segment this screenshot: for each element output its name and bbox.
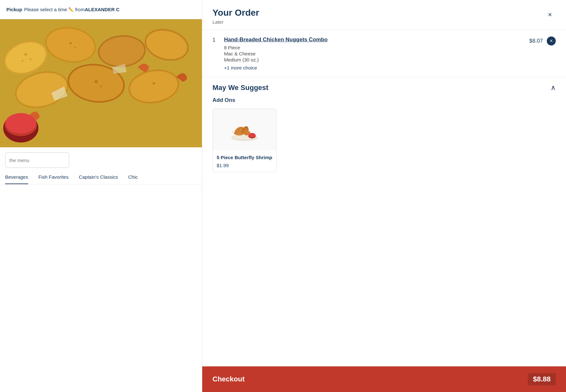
svg-point-18	[24, 53, 27, 56]
custom-line-2: Mac & Cheese	[224, 51, 524, 56]
custom-line-3: Medium (30 oz.)	[224, 57, 524, 62]
svg-point-19	[29, 58, 31, 60]
order-item: 1 Hand-Breaded Chicken Nuggets Combo 8 P…	[212, 37, 556, 70]
suggest-section: May We Suggest ∧ Add Ons	[202, 77, 566, 366]
shrimp-image	[229, 117, 261, 143]
suggest-title: May We Suggest	[212, 84, 268, 92]
order-title: Your Order	[212, 8, 259, 18]
nav-item-fish[interactable]: Fish Favorites	[38, 174, 69, 184]
order-header: Your Order Later ×	[202, 0, 566, 30]
svg-point-22	[74, 46, 76, 48]
checkout-bar[interactable]: Checkout $8.88	[202, 366, 566, 392]
search-input[interactable]: the menu	[5, 152, 69, 168]
collapse-suggest-button[interactable]: ∧	[551, 84, 556, 92]
food-image-svg	[0, 19, 202, 147]
order-item-name[interactable]: Hand-Breaded Chicken Nuggets Combo	[224, 37, 524, 43]
addon-name: 5 Piece Butterfly Shrimp	[217, 154, 272, 161]
pickup-label: Pickup	[6, 7, 22, 12]
top-bar: Pickup Please select a time ✏️ from ALEX…	[0, 0, 202, 19]
nav-item-chic[interactable]: Chic	[128, 174, 138, 184]
please-select-text: Please select a time	[24, 7, 67, 12]
checkout-label: Checkout	[212, 375, 245, 383]
addon-card-shrimp[interactable]: 5 Piece Butterfly Shrimp $1.99	[212, 109, 277, 172]
svg-point-23	[95, 80, 98, 83]
pencil-icon[interactable]: ✏️	[68, 7, 74, 12]
nav-item-beverages[interactable]: Beverages	[5, 174, 28, 184]
order-title-section: Your Order Later	[212, 8, 259, 25]
order-item-quantity: 1	[212, 37, 219, 43]
order-item-right: $8.07 ×	[529, 37, 556, 45]
custom-line-1: 8 Piece	[224, 45, 524, 50]
order-subtitle: Later	[212, 19, 259, 25]
from-text: from	[75, 7, 85, 12]
left-panel: Pickup Please select a time ✏️ from ALEX…	[0, 0, 202, 392]
svg-point-21	[69, 42, 72, 45]
order-item-customizations: 8 Piece Mac & Cheese Medium (30 oz.)	[224, 45, 524, 62]
svg-point-25	[153, 82, 155, 85]
remove-item-button[interactable]: ×	[547, 37, 556, 45]
right-panel: Your Order Later × 1 Hand-Breaded Chicke…	[202, 0, 566, 392]
checkout-price: $8.88	[528, 373, 556, 385]
bottom-section: the menu Beverages Fish Favorites Captai…	[0, 147, 202, 392]
search-bar-container: the menu	[0, 147, 202, 170]
svg-point-24	[100, 86, 102, 87]
suggest-header: May We Suggest ∧	[212, 84, 556, 92]
more-choices-link[interactable]: +1 more choice	[224, 65, 524, 70]
order-item-details: Hand-Breaded Chicken Nuggets Combo 8 Pie…	[224, 37, 524, 70]
svg-point-17	[5, 113, 36, 134]
menu-nav: Beverages Fish Favorites Captain's Class…	[0, 170, 202, 184]
store-name: ALEXANDER C	[85, 7, 119, 12]
addon-cards: 5 Piece Butterfly Shrimp $1.99	[212, 109, 556, 172]
addon-price: $1.99	[217, 163, 272, 168]
addon-card-image	[213, 109, 276, 151]
addon-card-body: 5 Piece Butterfly Shrimp $1.99	[213, 151, 276, 172]
order-items-section: 1 Hand-Breaded Chicken Nuggets Combo 8 P…	[202, 30, 566, 77]
close-button[interactable]: ×	[544, 9, 556, 20]
order-item-price: $8.07	[529, 38, 543, 44]
addons-label: Add Ons	[212, 97, 556, 103]
food-image	[0, 19, 202, 147]
svg-point-20	[21, 60, 23, 62]
nav-item-classics[interactable]: Captain's Classics	[79, 174, 118, 184]
